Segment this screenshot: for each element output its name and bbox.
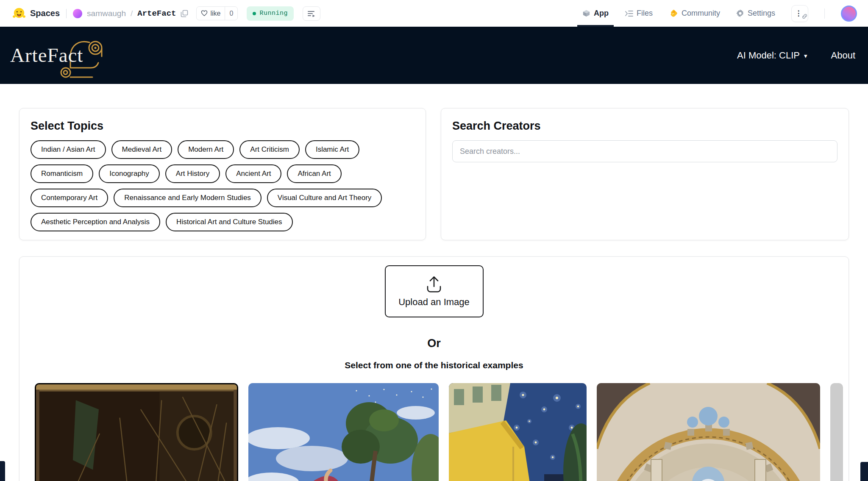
upload-icon [424, 275, 444, 293]
tab-app[interactable]: App [582, 0, 609, 27]
topic-pill-historical-art-culture[interactable]: Historical Art and Culture Studies [166, 213, 292, 231]
tab-files[interactable]: Files [625, 0, 653, 27]
topic-pill-islamic-art[interactable]: Islamic Art [305, 140, 359, 159]
app-nav: AI Model: CLIP ▾ About [737, 50, 855, 61]
upload-image-button[interactable]: Upload an Image [385, 265, 484, 317]
user-avatar[interactable] [841, 6, 857, 22]
hugging-face-logo-icon[interactable] [13, 7, 25, 19]
image-selection-card: Upload an Image Or Select from one of th… [19, 256, 849, 481]
like-count: 0 [225, 10, 237, 17]
examples-carousel [35, 383, 833, 481]
owner-avatar[interactable] [73, 9, 82, 18]
examples-heading: Select from one of the historical exampl… [35, 360, 833, 370]
copy-icon[interactable] [181, 10, 188, 17]
main-content: Select Topics Indian / Asian Art Medieva… [0, 84, 868, 481]
spaces-brand[interactable]: Spaces [30, 8, 60, 18]
example-image-cafe-terrace-at-night[interactable] [449, 383, 587, 481]
artefact-header: ArteFact AI Model: CLIP ▾ About [0, 27, 868, 84]
search-creators-card: Search Creators [441, 108, 849, 240]
upload-button-label: Upload an Image [398, 297, 470, 308]
topbar-nav: App Files Community Setting [582, 0, 857, 27]
topic-pill-african-art[interactable]: African Art [287, 164, 341, 183]
breadcrumb-separator: / [131, 9, 133, 18]
status-label: Running [259, 10, 288, 17]
topic-pill-iconography[interactable]: Iconography [99, 164, 160, 183]
search-creators-input[interactable] [452, 140, 837, 162]
clapping-hands-icon [669, 9, 678, 18]
topbar-divider [824, 8, 825, 19]
bottom-right-nav-button[interactable] [860, 462, 868, 481]
example-image-the-school-of-athens[interactable] [597, 383, 820, 481]
nav-about[interactable]: About [831, 50, 856, 61]
topic-pill-romanticism[interactable]: Romanticism [31, 164, 93, 183]
example-image-bacchus-and-ariadne[interactable] [248, 383, 439, 481]
cube-icon [582, 9, 590, 17]
kebab-icon: ⋮ [795, 10, 802, 17]
link-icon [802, 13, 807, 21]
select-topics-card: Select Topics Indian / Asian Art Medieva… [19, 108, 426, 240]
heart-icon [201, 10, 208, 17]
topic-pill-modern-art[interactable]: Modern Art [178, 140, 234, 159]
breadcrumb-space-name[interactable]: ArteFact [137, 9, 176, 18]
status-badge[interactable]: Running [247, 6, 294, 21]
topics-title: Select Topics [31, 120, 415, 133]
logs-button[interactable] [303, 6, 320, 21]
topic-pill-visual-culture-art-theory[interactable]: Visual Culture and Art Theory [267, 189, 382, 207]
tab-settings[interactable]: Settings [736, 0, 775, 27]
topic-pills: Indian / Asian Art Medieval Art Modern A… [31, 140, 415, 231]
tab-community[interactable]: Community [669, 0, 720, 27]
breadcrumb-divider [66, 9, 67, 18]
topic-pill-medieval-art[interactable]: Medieval Art [111, 140, 172, 159]
example-image-starry-night-partial[interactable] [830, 383, 843, 481]
topic-pill-indian-asian-art[interactable]: Indian / Asian Art [31, 140, 106, 159]
logs-icon [307, 10, 316, 17]
hf-topbar: Spaces samwaugh / ArteFact like 0 [0, 0, 868, 27]
creators-title: Search Creators [452, 120, 837, 133]
bottom-left-nav-button[interactable] [0, 461, 5, 481]
or-divider-label: Or [35, 337, 833, 350]
topic-pill-art-history[interactable]: Art History [165, 164, 220, 183]
files-icon [625, 10, 633, 17]
chevron-down-icon: ▾ [804, 52, 807, 60]
topic-pill-contemporary-art[interactable]: Contemporary Art [31, 189, 108, 207]
breadcrumb: Spaces samwaugh / ArteFact like 0 [13, 0, 320, 27]
topic-pill-art-criticism[interactable]: Art Criticism [239, 140, 300, 159]
like-label: like [210, 10, 220, 17]
topic-pill-ancient-art[interactable]: Ancient Art [225, 164, 281, 183]
status-dot-icon [253, 12, 256, 15]
model-selector-dropdown[interactable]: AI Model: CLIP ▾ [737, 50, 807, 61]
topic-pill-aesthetic-perception[interactable]: Aesthetic Perception and Analysis [31, 213, 160, 231]
artefact-logo[interactable]: ArteFact [10, 29, 129, 82]
model-selector-label: AI Model: CLIP [737, 50, 800, 61]
like-button[interactable]: like 0 [196, 6, 238, 20]
more-options-button[interactable]: ⋮ [791, 5, 808, 22]
breadcrumb-owner[interactable]: samwaugh [87, 9, 126, 18]
logo-text: ArteFact [10, 44, 83, 67]
example-image-the-night-watch[interactable] [35, 383, 238, 481]
topic-pill-renaissance-early-modern[interactable]: Renaissance and Early Modern Studies [114, 189, 262, 207]
gear-icon [736, 9, 744, 17]
